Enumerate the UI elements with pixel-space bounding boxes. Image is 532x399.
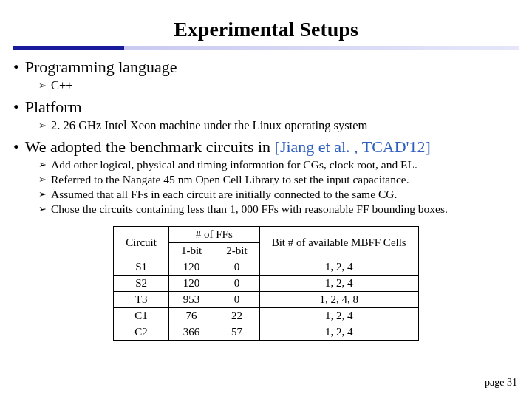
cell: 57 (214, 324, 259, 341)
citation: [Jiang et al. , TCAD'12] (275, 137, 431, 156)
chevron-icon: ➢ (38, 80, 47, 91)
cell: 1, 2, 4 (259, 324, 418, 341)
bullet-icon: • (13, 139, 19, 155)
bullet-list: • Programming language ➢C++ • Platform ➢… (13, 58, 519, 216)
chevron-icon: ➢ (38, 159, 47, 170)
table-row: S1 120 0 1, 2, 4 (114, 259, 418, 276)
cell: S1 (114, 259, 169, 276)
sub-text: Add other logical, physical and timing i… (51, 158, 417, 171)
cell: 120 (168, 259, 214, 276)
sub-item: ➢C++ (38, 78, 519, 93)
cell: 1, 2, 4 (259, 276, 418, 292)
sub-item: ➢Assumed that all FFs in each circuit ar… (38, 188, 519, 201)
sub-text: C++ (51, 78, 73, 93)
sub-item: ➢Chose the circuits containing less than… (38, 202, 519, 216)
table-wrap: Circuit # of FFs Bit # of available MBFF… (13, 226, 519, 341)
chevron-icon: ➢ (38, 203, 47, 214)
table-row: S2 120 0 1, 2, 4 (114, 276, 418, 292)
cell: 0 (214, 292, 259, 308)
cell: C1 (114, 308, 169, 324)
slide-title: Experimental Setups (13, 18, 519, 41)
bullet-label-pre: We adopted the benchmark circuits in (25, 137, 275, 156)
sub-list: ➢C++ (13, 78, 519, 93)
cell: 0 (214, 276, 259, 292)
circuits-table: Circuit # of FFs Bit # of available MBFF… (113, 226, 418, 341)
table-row: Circuit # of FFs Bit # of available MBFF… (114, 227, 418, 243)
cell: T3 (114, 292, 169, 308)
cell: 1, 2, 4 (259, 308, 418, 324)
cell: 0 (214, 259, 259, 276)
bullet-icon: • (13, 59, 19, 75)
bullet-item: • Programming language ➢C++ (13, 58, 519, 93)
slide: Experimental Setups • Programming langua… (0, 0, 532, 399)
cell: 76 (168, 308, 214, 324)
chevron-icon: ➢ (38, 188, 47, 200)
bullet-label: We adopted the benchmark circuits in [Ji… (25, 137, 431, 157)
sub-text: Referred to the Nangate 45 nm Open Cell … (51, 173, 409, 186)
table-row: T3 953 0 1, 2, 4, 8 (114, 292, 418, 308)
sub-list: ➢2. 26 GHz Intel Xeon machine under the … (13, 118, 519, 133)
table-row: C2 366 57 1, 2, 4 (114, 324, 418, 341)
chevron-icon: ➢ (38, 120, 47, 131)
col-mbff: Bit # of available MBFF Cells (259, 227, 418, 259)
cell: 1, 2, 4, 8 (259, 292, 418, 308)
sub-text: Assumed that all FFs in each circuit are… (51, 188, 397, 201)
cell: C2 (114, 324, 169, 341)
cell: 953 (168, 292, 214, 308)
bullet-label: Platform (25, 98, 82, 117)
sub-text: Chose the circuits containing less than … (51, 202, 448, 216)
col-circuit: Circuit (114, 227, 169, 259)
bullet-icon: • (13, 99, 19, 115)
col-1bit: 1-bit (168, 243, 214, 259)
col-2bit: 2-bit (214, 243, 259, 259)
cell: 22 (214, 308, 259, 324)
cell: 120 (168, 276, 214, 292)
page-number: page 31 (485, 377, 517, 389)
sub-item: ➢Referred to the Nangate 45 nm Open Cell… (38, 173, 519, 186)
sub-text: 2. 26 GHz Intel Xeon machine under the L… (51, 118, 367, 133)
table-row: C1 76 22 1, 2, 4 (114, 308, 418, 324)
cell: 1, 2, 4 (259, 259, 418, 276)
cell: 366 (168, 324, 214, 341)
sub-list: ➢Add other logical, physical and timing … (13, 158, 519, 216)
bullet-item: • We adopted the benchmark circuits in [… (13, 137, 519, 216)
bullet-label: Programming language (25, 58, 177, 77)
title-rule (13, 46, 519, 50)
sub-item: ➢Add other logical, physical and timing … (38, 158, 519, 171)
chevron-icon: ➢ (38, 174, 47, 185)
bullet-item: • Platform ➢2. 26 GHz Intel Xeon machine… (13, 98, 519, 133)
cell: S2 (114, 276, 169, 292)
col-ffs: # of FFs (168, 227, 259, 243)
sub-item: ➢2. 26 GHz Intel Xeon machine under the … (38, 118, 519, 133)
